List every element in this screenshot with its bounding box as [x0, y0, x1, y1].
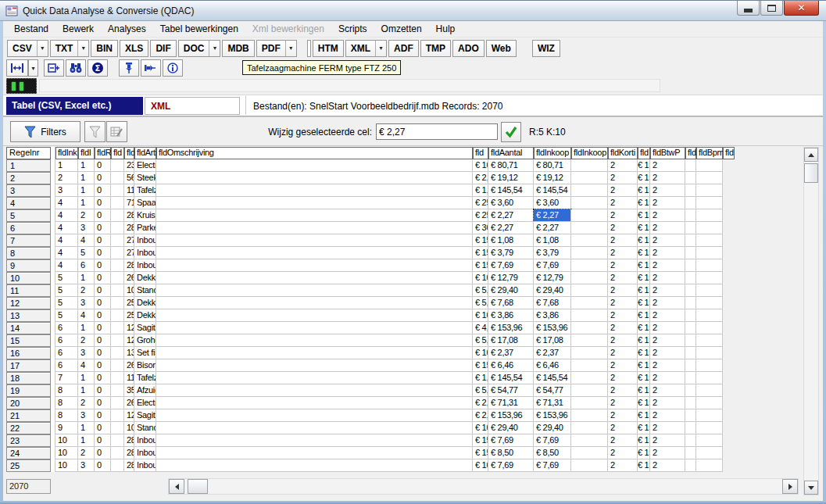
filters-button[interactable]: Filters [10, 121, 80, 142]
cell[interactable] [111, 334, 124, 347]
cell[interactable] [685, 197, 696, 209]
cell[interactable] [571, 334, 608, 347]
cell[interactable] [571, 184, 608, 197]
cell[interactable] [571, 447, 608, 459]
cell[interactable]: € 10,00 [473, 459, 488, 472]
cell[interactable]: € 19,00 [638, 434, 650, 447]
cell[interactable] [571, 172, 608, 184]
cell[interactable] [685, 209, 696, 222]
cell[interactable] [571, 434, 608, 447]
cell[interactable]: 0 [95, 197, 111, 209]
row-number-button[interactable]: 18 [6, 372, 51, 384]
format-button-mdb[interactable]: MDB [222, 40, 254, 57]
cell[interactable] [156, 184, 473, 197]
cell[interactable]: 264 [124, 359, 134, 372]
cell[interactable]: 0 [95, 309, 111, 322]
cell[interactable]: € 6,46 [488, 359, 534, 372]
cell[interactable]: 132 [124, 347, 134, 359]
column-header-1[interactable]: fldI [78, 147, 95, 159]
cell[interactable] [685, 409, 696, 422]
cell[interactable]: 1 [78, 172, 95, 184]
cell[interactable] [685, 284, 696, 297]
cell[interactable]: € 10,00 [473, 422, 488, 434]
cell[interactable] [111, 259, 124, 272]
cell[interactable]: € 19,00 [638, 247, 650, 259]
cell[interactable]: € 2,37 [488, 347, 534, 359]
format-button-tmp[interactable]: TMP [420, 40, 451, 57]
cell[interactable]: € 2,00 [473, 172, 488, 184]
cell[interactable]: 2 [650, 247, 685, 259]
cell[interactable] [696, 159, 723, 172]
cell[interactable]: € 19,00 [638, 284, 650, 297]
sum-button[interactable]: Σ [88, 59, 108, 77]
cell[interactable]: 0 [95, 459, 111, 472]
cell[interactable]: 2 [650, 222, 685, 234]
vertical-scrollbar[interactable] [803, 147, 819, 495]
cell[interactable]: 2 [608, 347, 638, 359]
column-header-2[interactable]: fldR [95, 147, 111, 159]
row-number-button[interactable]: 11 [6, 284, 51, 297]
cell[interactable]: 111 [124, 372, 134, 384]
cell[interactable] [696, 272, 723, 284]
cell[interactable] [571, 159, 608, 172]
cell[interactable]: € 250,00 [473, 209, 488, 222]
cell[interactable] [111, 422, 124, 434]
cell[interactable] [156, 297, 473, 309]
cell[interactable]: € 19,00 [638, 397, 650, 409]
row-number-button[interactable]: 7 [6, 234, 51, 247]
row-number-button[interactable]: 8 [6, 247, 51, 259]
chevron-down-icon[interactable]: ▾ [285, 41, 296, 56]
cell[interactable]: € 8,50 [534, 447, 571, 459]
row-number-button[interactable]: 2 [6, 172, 51, 184]
cell[interactable]: 2 [608, 397, 638, 409]
row-number-button[interactable]: 25 [6, 459, 51, 472]
cell[interactable]: € 19,00 [638, 309, 650, 322]
cell[interactable]: 2 [608, 184, 638, 197]
cell[interactable]: € 15,00 [473, 259, 488, 272]
format-button-wiz[interactable]: WIZ [532, 40, 560, 57]
cell[interactable] [696, 322, 723, 334]
cell[interactable]: € 250,00 [473, 197, 488, 209]
cell[interactable]: € 17,08 [488, 334, 534, 347]
cell[interactable]: 104 [124, 422, 134, 434]
cell[interactable]: € 54,77 [488, 384, 534, 397]
column-header-8[interactable]: fldAantal [488, 147, 534, 159]
row-number-button[interactable]: 4 [6, 197, 51, 209]
cell[interactable]: 2 [650, 384, 685, 397]
column-header-14[interactable]: fld [685, 147, 696, 159]
cell[interactable]: 0 [95, 247, 111, 259]
cell[interactable] [571, 372, 608, 384]
menu-item-omzetten[interactable]: Omzetten [374, 22, 429, 36]
cell[interactable]: 3 [78, 347, 95, 359]
cell[interactable] [696, 184, 723, 197]
cell[interactable] [571, 222, 608, 234]
cell[interactable]: € 80,71 [534, 159, 571, 172]
cell[interactable] [685, 259, 696, 272]
cell[interactable] [571, 272, 608, 284]
cell[interactable]: 0 [95, 159, 111, 172]
cell[interactable]: Set fischer wastafelbevestigingsbouten i… [134, 347, 156, 359]
cell[interactable]: Electrische haard [134, 159, 156, 172]
column-header-6[interactable]: fldOmschrijving [156, 147, 473, 159]
cell-edit-input[interactable] [376, 123, 498, 140]
cell[interactable]: € 29,40 [488, 422, 534, 434]
cell[interactable]: 4 [55, 209, 78, 222]
cell[interactable] [571, 422, 608, 434]
cell[interactable] [571, 284, 608, 297]
scroll-left-button[interactable] [169, 479, 184, 494]
cell[interactable]: € 153,96 [534, 322, 571, 334]
cell[interactable]: 0 [95, 272, 111, 284]
cell[interactable]: 104 [124, 284, 134, 297]
cell[interactable]: € 3,79 [488, 247, 534, 259]
column-header-9[interactable]: fldInkoop [534, 147, 571, 159]
cell[interactable]: 7 [55, 372, 78, 384]
cell[interactable]: 6 [55, 347, 78, 359]
cell[interactable]: € 4,00 [473, 322, 488, 334]
cell[interactable]: € 3,60 [534, 197, 571, 209]
cell[interactable]: 3 [78, 222, 95, 234]
cell[interactable]: 1 [78, 159, 95, 172]
cell[interactable]: 10 [55, 459, 78, 472]
cell[interactable]: 2 [608, 172, 638, 184]
cell[interactable]: Kruiskop schroeven per doos á 100 stuks [134, 209, 156, 222]
cell[interactable]: € 2,27 [488, 222, 534, 234]
